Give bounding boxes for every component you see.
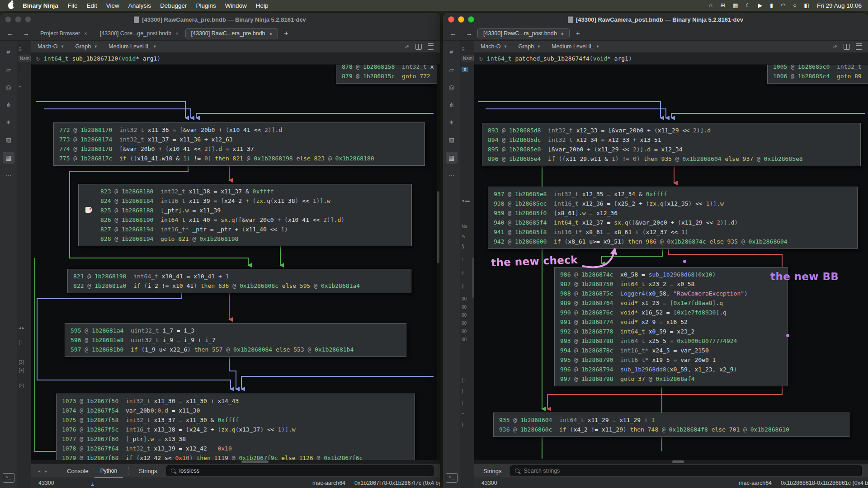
strip-glyph[interactable]: Nam <box>19 56 31 61</box>
strip-glyph[interactable]: ◂ ▬ <box>462 198 470 203</box>
il-dropdown[interactable]: Medium Level IL▼ <box>108 43 157 50</box>
basic-block-823[interactable]: 823 @ 1b2868180 int32_t x11_38 = x11_37 … <box>78 184 412 246</box>
code-line[interactable]: 940 @ 1b28685f4 int64_t x12_37 = sx.q([&… <box>494 218 852 227</box>
code-line[interactable]: 1076 @ 1b2867f5c int16_t x13_38 = [x24_2… <box>62 425 409 434</box>
code-line[interactable]: 942 @ 1b2868600 if (x8_61 u>= x9_51) the… <box>494 237 852 246</box>
strip-glyph[interactable]: − <box>462 411 464 416</box>
tag-panel-icon[interactable]: ▱ <box>446 64 458 75</box>
strings-search-input[interactable] <box>179 467 429 474</box>
collapsed-panel-strip[interactable]: SNam−−◂ ▸( :{3}{+}{2} <box>17 41 31 488</box>
code-line[interactable]: 896 @ 1b28685e4 if ((x11_29.w11 & 1) != … <box>488 154 855 164</box>
code-line[interactable]: 988 @ 1b286875c Logger4(x0_58, "RawCamer… <box>560 289 782 298</box>
download-icon[interactable]: ↓ <box>91 480 94 486</box>
strip-glyph[interactable]: s <box>462 67 468 72</box>
code-line[interactable]: 878 @ 1b2868158 int32_t x <box>342 65 440 71</box>
components-icon[interactable]: ▦ <box>446 152 458 164</box>
graph-horizontal-scrollbar[interactable] <box>31 460 440 464</box>
minimize-window-button[interactable] <box>458 16 464 23</box>
more-icon[interactable]: ⋯ <box>446 169 458 181</box>
code-line[interactable]: 992 @ 1b2868778 int64_t x0_59 = x23_2 <box>560 327 782 336</box>
code-line[interactable]: 993 @ 1b2868788 int64_t x25_5 = 0x1000c8… <box>560 336 782 346</box>
collapsed-panel-strip[interactable]: SNams◂ ▬Na✎§↑|↑|↑000000000000( :}]−} <box>460 41 474 488</box>
view-dropdown[interactable]: Graph▼ <box>75 43 98 50</box>
code-line[interactable]: 1078 @ 1b2867f64 int32_t x13_39 = x12_42… <box>62 444 409 453</box>
reanalyze-icon[interactable]: ↻ <box>479 55 483 62</box>
menu-item[interactable]: Help <box>251 2 273 9</box>
code-line[interactable]: 821 @ 1b2868198 int64_t x10_41 = x10_41 … <box>73 272 406 281</box>
debugger-icon[interactable]: ✶ <box>3 117 14 128</box>
close-window-button[interactable] <box>448 16 454 23</box>
tab[interactable]: Project Browser × <box>34 28 93 38</box>
graph-vertical-scrollbar[interactable] <box>437 65 440 460</box>
titlebar[interactable]: [43300] RawCamera_pre.bndb — Binary Ninj… <box>0 13 440 26</box>
strip-glyph[interactable]: ] <box>462 400 463 405</box>
code-line[interactable]: 935 @ 1b2868604 int64_t x11_29 = x11_29 … <box>499 415 844 425</box>
menu-icon[interactable] <box>856 43 862 50</box>
strip-glyph[interactable]: ↑ <box>462 257 464 262</box>
code-line[interactable]: 994 @ 1b286878c int16_t* x24_5 = var_215… <box>560 346 782 355</box>
basic-block-821[interactable]: 821 @ 1b2868198 int64_t x10_41 = x10_41 … <box>67 269 411 293</box>
code-line[interactable]: 596 @ 1b28681a8 uint32_t i_9 = i_9 + i_7 <box>71 335 401 345</box>
graph-horizontal-scrollbar[interactable] <box>474 460 868 464</box>
strip-scrollbar[interactable] <box>472 258 474 298</box>
basic-block-878[interactable]: 878 @ 1b2868158 int32_t x879 @ 1b286815c… <box>336 65 440 84</box>
memory-map-icon[interactable]: ▧ <box>446 134 458 146</box>
strings-search-box[interactable] <box>166 465 434 476</box>
minimize-window-button[interactable] <box>15 16 21 23</box>
il-dropdown[interactable]: Medium Level IL▼ <box>552 43 600 50</box>
debugger-icon[interactable]: ✶ <box>446 117 458 128</box>
code-line[interactable]: 893 @ 1b28685d8 int32_t x12_33 = [&var_2… <box>488 126 855 135</box>
code-line[interactable]: 775 @ 1b286817c if ((x10_41.w10 & 1) != … <box>59 154 419 163</box>
split-view-icon[interactable] <box>415 44 422 50</box>
code-line[interactable]: 823 @ 1b2868180 int32_t x11_38 = x11_37 … <box>100 187 406 196</box>
strip-glyph[interactable]: } <box>462 422 463 427</box>
strip-glyph[interactable]: 00 <box>462 305 467 310</box>
strip-glyph[interactable]: § <box>462 244 464 249</box>
code-line[interactable]: 1006 @ 1b28685c4 goto 89 <box>773 71 868 81</box>
code-line[interactable]: 827 @ 1b2868194 int16_t* _ptr = _ptr + (… <box>100 225 406 234</box>
strip-glyph[interactable]: 00 <box>462 337 467 342</box>
code-line[interactable]: 939 @ 1b28685f0 [x8_61].w = x12_36 <box>494 208 852 218</box>
basic-block-595[interactable]: 595 @ 1b28681a4 uint32_t i_7 = i_3596 @ … <box>65 323 406 357</box>
menu-item[interactable]: View <box>102 2 124 9</box>
strip-glyph[interactable]: } <box>462 389 463 394</box>
graph-view[interactable]: 1005 @ 1b28685c0 int32_t1006 @ 1b28685c4… <box>474 65 868 464</box>
code-line[interactable]: 595 @ 1b28681a4 uint32_t i_7 = i_3 <box>71 326 401 335</box>
tab[interactable]: [43300] RawC...era_pre.bndb ● <box>185 28 278 38</box>
forward-button[interactable]: → <box>19 29 33 37</box>
strip-glyph[interactable]: − <box>19 70 21 75</box>
reanalyze-icon[interactable]: ↻ <box>36 55 40 62</box>
control-center-icon[interactable]: ◧ <box>804 0 809 11</box>
strings-search-box[interactable] <box>510 465 862 476</box>
tab-python[interactable]: Python <box>94 464 123 478</box>
menu-item[interactable]: Analysis <box>124 2 156 9</box>
play-icon[interactable]: ▶ <box>758 0 762 11</box>
map-pin-icon[interactable]: ◎ <box>446 81 458 93</box>
strip-glyph[interactable]: 00 <box>462 313 467 318</box>
function-signature-row[interactable]: ↻ int64_t patched_sub_1b28674f4(void* ar… <box>474 52 868 65</box>
call-graph-icon[interactable]: ⋔ <box>446 99 458 111</box>
menu-item[interactable]: File <box>63 2 82 9</box>
code-line[interactable]: 990 @ 1b286876c void* x16_52 = [0x1e7fd8… <box>560 308 782 317</box>
code-line[interactable]: 895 @ 1b28685e0 [&var_20b0 + (x11_29 << … <box>488 145 855 154</box>
basic-block-893[interactable]: 893 @ 1b28685d8 int32_t x12_33 = [&var_2… <box>482 123 861 166</box>
memory-map-icon[interactable]: ▧ <box>3 134 14 146</box>
strings-search-input[interactable] <box>523 467 857 474</box>
function-signature-row[interactable]: ↻ int64_t sub_1b2867120(void* arg1) <box>31 52 440 65</box>
basic-block-1073[interactable]: 1073 @ 1b2867f50 int32_t x11_30 = x11_30… <box>56 394 415 464</box>
code-line[interactable]: 997 @ 1b2868798 goto 37 @ 0x1b2868af4 <box>560 374 782 384</box>
code-line[interactable]: 825 @ 1b2868188 [_ptr].w = x11_39 <box>100 206 406 215</box>
code-line[interactable]: 597 @ 1b28681b0 if (i_9 u< x22_6) then 5… <box>71 345 401 354</box>
basic-block-935[interactable]: 935 @ 1b2868604 int64_t x11_29 = x11_29 … <box>493 413 849 437</box>
code-line[interactable]: 894 @ 1b28685dc int32_t x12_34 = x12_33 … <box>488 135 855 145</box>
back-button[interactable]: ← <box>3 29 18 37</box>
graph-view[interactable]: 878 @ 1b2868158 int32_t x879 @ 1b286815c… <box>31 65 440 464</box>
code-line[interactable]: 774 @ 1b2868178 [&var_20b0 + (x10_41 << … <box>59 144 419 154</box>
strip-glyph[interactable]: {2} <box>19 383 24 388</box>
keyboard-icon[interactable]: ▦ <box>733 0 738 11</box>
terminal-icon[interactable]: >_ <box>3 473 14 483</box>
basic-block-937[interactable]: 937 @ 1b28685e8 int32_t x12_35 = x12_34 … <box>488 187 858 249</box>
hash-icon[interactable]: # <box>3 46 14 58</box>
code-line[interactable]: 828 @ 1b2868194 goto 821 @ 0x1b2868198 <box>100 234 406 244</box>
code-line[interactable]: 996 @ 1b2868794 sub_1b2968dd8(x0_59, x1_… <box>560 365 782 374</box>
